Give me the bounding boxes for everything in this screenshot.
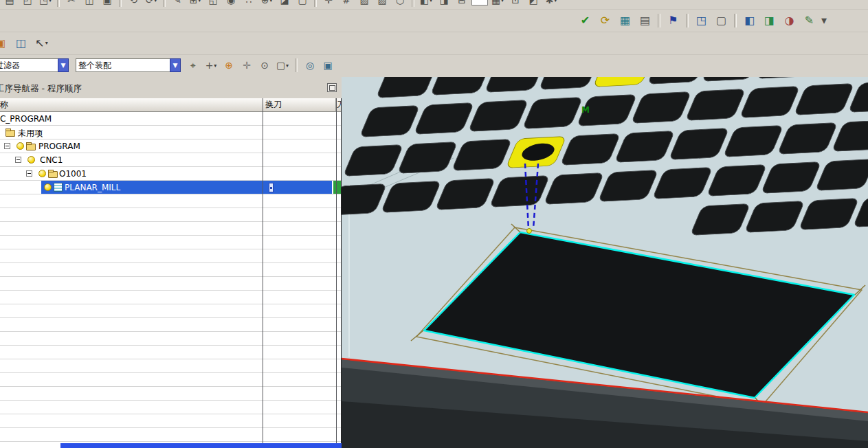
solid-box-icon[interactable]: ▣ [320, 58, 335, 73]
selection-rect-icon[interactable]: ▢▾ [275, 58, 290, 73]
generate-toolpath-icon[interactable]: ✔ [576, 11, 594, 30]
assembly-scope-text: 整个装配 [78, 60, 111, 71]
expander-icon[interactable] [15, 157, 21, 163]
graphics-viewport[interactable]: M [342, 77, 868, 448]
tree-row-未用项[interactable]: 未用项 [0, 126, 342, 139]
reuse-library-icon[interactable]: ▣ [0, 34, 10, 52]
expander-icon[interactable] [26, 170, 32, 177]
render-style-icon[interactable]: ▦▾ [489, 0, 506, 8]
ops-more-button[interactable]: ▾ [820, 11, 828, 30]
snap-point-icon[interactable]: +▾ [203, 58, 219, 73]
extrude-icon[interactable]: ◱ [205, 0, 221, 8]
section-view-icon[interactable]: ▨ [356, 0, 372, 8]
copy-icon-glyph: ◫ [85, 0, 93, 5]
filter-combobox[interactable]: 过滤器 ▼ [0, 58, 69, 72]
tree-row-planar_mill[interactable]: PLANAR_MILL [0, 181, 342, 194]
update-status-icon-glyph: ◑ [785, 15, 794, 26]
clip-section-icon[interactable]: ▨ [374, 0, 390, 8]
dropdown-caret[interactable]: ▾ [269, 0, 272, 3]
datum-circle-icon[interactable]: ⊙ [257, 58, 272, 73]
pattern-icon[interactable]: ∷ [241, 0, 257, 8]
circle-ref-icon[interactable]: ○ [392, 0, 408, 8]
dropdown-caret[interactable]: ▾ [286, 63, 289, 69]
replay-toolpath-icon[interactable]: ⟳ [596, 11, 614, 30]
graphics-canvas[interactable]: M [342, 77, 868, 448]
extrude-icon-glyph: ◱ [208, 0, 217, 5]
dropdown-caret[interactable]: ▾ [501, 0, 504, 3]
assembly-scope-value[interactable]: 整个装配 [76, 58, 170, 72]
generate-toolpath-icon-glyph: ✔ [581, 15, 590, 26]
filter-combobox-dropdown-button[interactable]: ▼ [58, 58, 69, 72]
toolbar-separator [57, 0, 60, 7]
redo-icon[interactable]: ⟳▾ [143, 0, 159, 8]
view-layout-icon-glyph: ◨ [439, 0, 448, 5]
wcs-icon[interactable]: ✛ [320, 0, 337, 8]
list-toolpath-icon[interactable]: ▤ [636, 11, 654, 30]
folder-icon [26, 144, 36, 150]
view-scale-input[interactable] [471, 0, 488, 5]
assembly-scope-dropdown-button[interactable]: ▼ [170, 58, 181, 72]
measure-icon[interactable]: # [338, 0, 355, 8]
unite-icon[interactable]: ⊕▾ [258, 0, 275, 8]
find-component-icon[interactable]: ⌖ [186, 58, 201, 73]
batch-process-icon[interactable]: ◨ [760, 11, 779, 30]
blend-icon[interactable]: ◪ [276, 0, 293, 8]
tree-item-label: 未用项 [18, 128, 43, 139]
orient-view-icon[interactable]: ⊡ [507, 0, 524, 8]
column-header-toolchange-label: 换刀 [265, 99, 282, 111]
assembly-scope-combobox[interactable]: 整个装配 ▼ [76, 58, 181, 72]
tree-row-cnc1[interactable]: CNC1 [0, 153, 342, 167]
dropdown-caret[interactable]: ▾ [45, 40, 48, 46]
view-manager-icon[interactable]: ◫ [12, 34, 30, 52]
snapshot-icon[interactable]: ◩ [525, 0, 542, 8]
expander-icon[interactable] [4, 143, 10, 149]
shop-doc-icon[interactable]: ▢ [712, 11, 731, 30]
hole-icon[interactable]: ◉ [223, 0, 239, 8]
column-divider[interactable] [336, 98, 337, 448]
orient-view-icon-glyph: ⊡ [511, 0, 520, 5]
new-file-icon[interactable]: ▤ [1, 0, 18, 8]
dropdown-caret[interactable]: ▾ [198, 0, 201, 3]
undo-icon[interactable]: ⟲ [125, 0, 142, 8]
point-dialog-icon[interactable]: ⊕ [221, 58, 236, 73]
post-process-icon[interactable]: ◳ [692, 11, 711, 30]
tree-row-nc_program[interactable]: NC_PROGRAM [0, 112, 342, 126]
update-status-icon[interactable]: ◑ [780, 11, 799, 30]
measure-icon-glyph: # [342, 0, 350, 5]
tree-row-program[interactable]: PROGRAM [0, 139, 342, 153]
toolbar-separator [119, 0, 122, 7]
machine-simulation-flag-icon[interactable]: ⚑ [664, 11, 682, 30]
save-icon[interactable]: ◳▾ [37, 0, 54, 8]
dropdown-caret[interactable]: ▾ [49, 0, 52, 3]
select-arrow-icon[interactable]: ↖▾ [32, 34, 51, 52]
tools-icon[interactable]: ✱▾ [543, 0, 559, 8]
verify-toolpath-icon[interactable]: ▦ [616, 11, 634, 30]
copy-icon[interactable]: ◫ [81, 0, 98, 8]
shell-icon[interactable]: ▢ [294, 0, 311, 8]
panel-float-button[interactable] [327, 83, 337, 92]
clip-section-icon-glyph: ▨ [377, 0, 386, 5]
column-header-name[interactable]: 名称 [0, 98, 263, 112]
tree-row-o1001[interactable]: O1001 [0, 167, 342, 181]
edit-operation-icon[interactable]: ✎ [800, 11, 819, 30]
layer-settings-icon[interactable]: ⊟ [454, 0, 470, 8]
cut-icon[interactable]: ✂ [63, 0, 80, 8]
show-hide-icon[interactable]: ◎ [302, 58, 318, 73]
column-divider[interactable] [263, 98, 263, 448]
dropdown-caret[interactable]: ▾ [430, 0, 432, 3]
sketch-icon[interactable]: ✎ [169, 0, 186, 8]
datum-plane-icon[interactable]: ⊞▾ [187, 0, 203, 8]
dropdown-caret[interactable]: ▾ [554, 0, 557, 3]
output-cls-icon[interactable]: ◧ [740, 11, 759, 30]
open-file-icon[interactable]: ◰ [19, 0, 36, 8]
paste-icon-glyph: ▣ [102, 0, 111, 5]
window-icon[interactable]: ◧▾ [418, 0, 434, 8]
operation-navigator-tree[interactable]: NC_PROGRAM未用项PROGRAMCNC1O1001PLANAR_MILL [0, 112, 342, 448]
dropdown-caret[interactable]: ▾ [154, 0, 157, 3]
column-header-toolchange[interactable]: 换刀 [263, 98, 336, 112]
offset-point-icon[interactable]: ✛ [239, 58, 254, 73]
view-layout-icon[interactable]: ◨ [436, 0, 452, 8]
paste-icon[interactable]: ▣ [99, 0, 115, 8]
filter-combobox-value[interactable]: 过滤器 [0, 58, 58, 72]
dropdown-caret[interactable]: ▾ [214, 63, 216, 69]
